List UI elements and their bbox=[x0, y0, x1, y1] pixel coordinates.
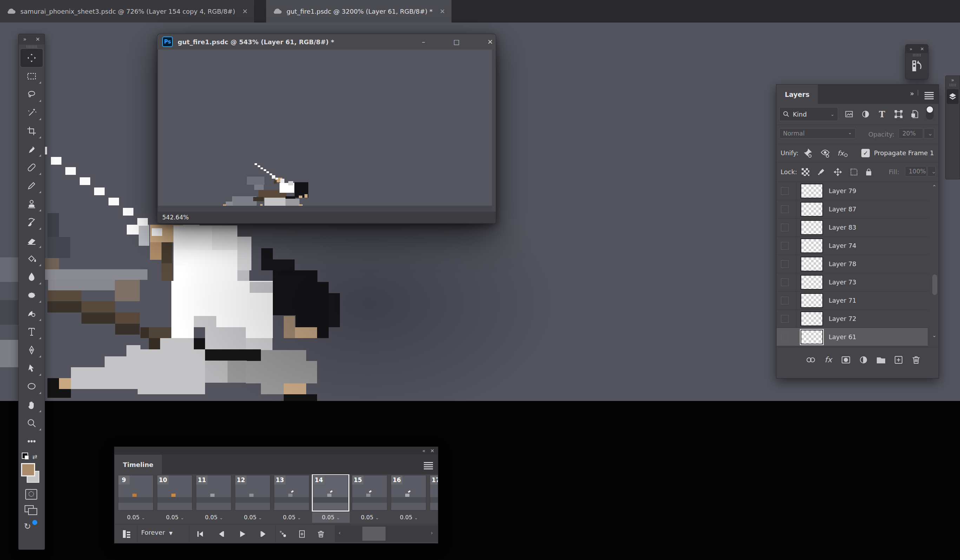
blur-tool[interactable] bbox=[20, 268, 43, 286]
loop-dropdown[interactable]: Forever ▼ bbox=[141, 529, 173, 536]
timeline-frame-16[interactable]: 160.05 ⌄ bbox=[390, 475, 428, 523]
filter-smart-object-icon[interactable] bbox=[909, 108, 921, 120]
filter-adjustment-icon[interactable] bbox=[859, 108, 872, 120]
play-button[interactable] bbox=[235, 527, 250, 541]
unify-position-icon[interactable] bbox=[802, 147, 814, 159]
frame-delay-dropdown[interactable]: 0.05 ⌄ bbox=[273, 512, 311, 523]
timeline-frame-11[interactable]: 110.05 ⌄ bbox=[195, 475, 233, 523]
healing-tool[interactable] bbox=[20, 158, 43, 177]
layer-visibility-checkbox[interactable] bbox=[781, 242, 789, 250]
layer-row-layer-78[interactable]: Layer 78 bbox=[777, 255, 928, 273]
dock-expand-icon[interactable]: » bbox=[946, 76, 960, 83]
history-close-icon[interactable]: ✕ bbox=[920, 46, 924, 51]
eraser-tool[interactable] bbox=[20, 231, 43, 250]
layer-thumbnail[interactable] bbox=[801, 275, 823, 290]
layer-thumbnail[interactable] bbox=[801, 238, 823, 253]
layer-thumbnail[interactable] bbox=[801, 257, 823, 271]
layer-thumbnail[interactable] bbox=[801, 184, 823, 198]
layer-thumbnail[interactable] bbox=[801, 293, 823, 308]
maximize-button[interactable]: □ bbox=[452, 38, 461, 47]
filter-pixel-layers-icon[interactable] bbox=[843, 108, 855, 120]
window-titlebar[interactable]: Ps gut_fire1.psdc @ 543% (Layer 61, RGB/… bbox=[157, 34, 496, 50]
layer-row-layer-74[interactable]: Layer 74 bbox=[777, 237, 928, 255]
smudge-tool[interactable] bbox=[20, 304, 43, 323]
history-panel-icon[interactable] bbox=[906, 59, 928, 71]
timeline-tab[interactable]: Timeline bbox=[114, 455, 162, 474]
layer-thumbnail[interactable] bbox=[801, 311, 823, 326]
layers-dock-icon[interactable] bbox=[947, 89, 958, 104]
zoom-tool[interactable] bbox=[20, 414, 43, 432]
history-collapse-icon[interactable]: » bbox=[909, 46, 912, 51]
crop-tool[interactable] bbox=[20, 122, 43, 140]
fill-chevron[interactable]: ⌄ bbox=[927, 166, 936, 177]
layer-mask-icon[interactable] bbox=[840, 354, 852, 366]
layer-thumbnail[interactable] bbox=[801, 220, 823, 235]
timeline-collapse-icon[interactable]: « bbox=[422, 448, 426, 454]
type-tool[interactable] bbox=[20, 323, 43, 341]
new-group-icon[interactable] bbox=[875, 354, 887, 366]
duplicate-frame-icon[interactable] bbox=[294, 527, 310, 541]
toolbar-collapse-icon[interactable]: » bbox=[23, 36, 26, 43]
filter-type-icon[interactable]: T bbox=[876, 108, 888, 120]
timeline-frame-15[interactable]: 150.05 ⌄ bbox=[351, 475, 389, 523]
more-tool[interactable] bbox=[20, 432, 43, 450]
layer-row-layer-87[interactable]: Layer 87 bbox=[777, 200, 928, 218]
lock-pixels-icon[interactable] bbox=[816, 166, 828, 178]
document-tab-2[interactable]: gut_fire1.psdc @ 3200% (Layer 61, RGB/8#… bbox=[266, 0, 452, 22]
document-window[interactable]: Ps gut_fire1.psdc @ 543% (Layer 61, RGB/… bbox=[157, 34, 496, 224]
frame-delay-dropdown[interactable]: 0.05 ⌄ bbox=[234, 512, 272, 523]
close-button[interactable]: ✕ bbox=[486, 38, 495, 47]
document-tab-1[interactable]: samurai_phoenix_sheet3.psdc @ 726% (Laye… bbox=[0, 0, 254, 22]
toolbar-grip[interactable] bbox=[19, 45, 45, 49]
paint-bucket-tool[interactable] bbox=[20, 250, 43, 268]
scroll-down-icon[interactable]: ⌄ bbox=[932, 332, 936, 338]
layer-visibility-checkbox[interactable] bbox=[781, 297, 789, 304]
new-layer-icon[interactable] bbox=[892, 354, 905, 366]
tab-close-icon[interactable]: ✕ bbox=[440, 7, 445, 15]
window-canvas[interactable] bbox=[158, 50, 496, 212]
layer-row-layer-71[interactable]: Layer 71 bbox=[777, 291, 928, 310]
layer-row-layer-73[interactable]: Layer 73 bbox=[777, 273, 928, 291]
frame-delay-dropdown[interactable]: 0.05 ⌄ bbox=[312, 512, 350, 523]
minimize-button[interactable]: – bbox=[419, 38, 428, 47]
marquee-tool[interactable] bbox=[20, 67, 43, 85]
layer-thumbnail[interactable] bbox=[801, 202, 823, 217]
window-scrollbar[interactable] bbox=[492, 50, 496, 212]
unify-style-icon[interactable]: fx bbox=[837, 147, 849, 159]
zoom-percentage[interactable]: 542.64% bbox=[162, 214, 189, 221]
lasso-tool[interactable] bbox=[20, 85, 43, 104]
layers-menu-icon[interactable] bbox=[925, 91, 934, 101]
tab-close-icon[interactable]: ✕ bbox=[242, 7, 248, 15]
magic-wand-tool[interactable] bbox=[20, 104, 43, 122]
move-tool[interactable] bbox=[20, 49, 43, 67]
layer-visibility-checkbox[interactable] bbox=[781, 315, 789, 323]
frame-delay-dropdown[interactable]: 0.05 ⌄ bbox=[351, 512, 389, 523]
blend-mode-dropdown[interactable]: Normal⌄ bbox=[779, 128, 856, 139]
timeline-frame-12[interactable]: 120.05 ⌄ bbox=[234, 475, 272, 523]
layers-tab[interactable]: Layers bbox=[776, 85, 818, 104]
sponge-tool[interactable] bbox=[20, 286, 43, 304]
link-layers-icon[interactable] bbox=[805, 354, 817, 366]
opacity-chevron[interactable]: ⌄ bbox=[924, 128, 934, 139]
layer-visibility-checkbox[interactable] bbox=[781, 278, 789, 286]
layer-effects-icon[interactable]: fx bbox=[822, 354, 835, 366]
layer-row-layer-79[interactable]: Layer 79 bbox=[777, 182, 928, 200]
scroll-up-icon[interactable]: ⌃ bbox=[932, 184, 936, 190]
timeline-scrollbar[interactable]: ‹ › bbox=[335, 525, 438, 542]
first-frame-button[interactable] bbox=[192, 527, 208, 541]
frame-delay-dropdown[interactable]: 0.05 ⌄ bbox=[117, 512, 155, 523]
layer-visibility-checkbox[interactable] bbox=[781, 260, 789, 268]
foreground-color-swatch[interactable] bbox=[21, 463, 35, 477]
swap-colors-icon[interactable]: ⇄ bbox=[32, 453, 37, 460]
frame-delay-dropdown[interactable]: 0.05 ⌄ bbox=[195, 512, 233, 523]
layer-row-layer-72[interactable]: Layer 72 bbox=[777, 310, 928, 328]
clone-stamp-tool[interactable] bbox=[20, 195, 43, 213]
frame-delay-dropdown[interactable]: 0.05 ⌄ bbox=[429, 512, 438, 523]
eyedropper-tool[interactable] bbox=[20, 140, 43, 158]
filter-shape-icon[interactable] bbox=[893, 108, 904, 120]
path-select-tool[interactable] bbox=[20, 359, 43, 378]
sync-image-icon[interactable]: ↻ bbox=[24, 522, 31, 531]
hand-tool[interactable] bbox=[20, 396, 43, 414]
timeline-scroll-thumb[interactable] bbox=[362, 526, 386, 541]
scrollbar-thumb[interactable] bbox=[932, 275, 937, 295]
